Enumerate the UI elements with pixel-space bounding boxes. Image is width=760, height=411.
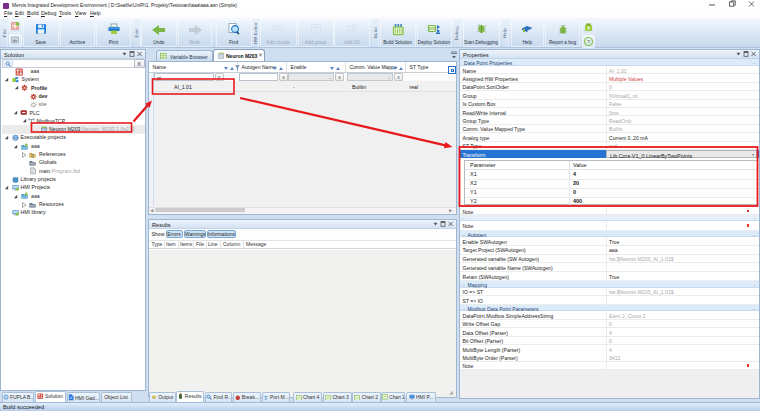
svg-text:a: a xyxy=(69,396,71,400)
svg-text:?: ? xyxy=(587,38,590,44)
svg-text:dn: dn xyxy=(12,38,16,43)
